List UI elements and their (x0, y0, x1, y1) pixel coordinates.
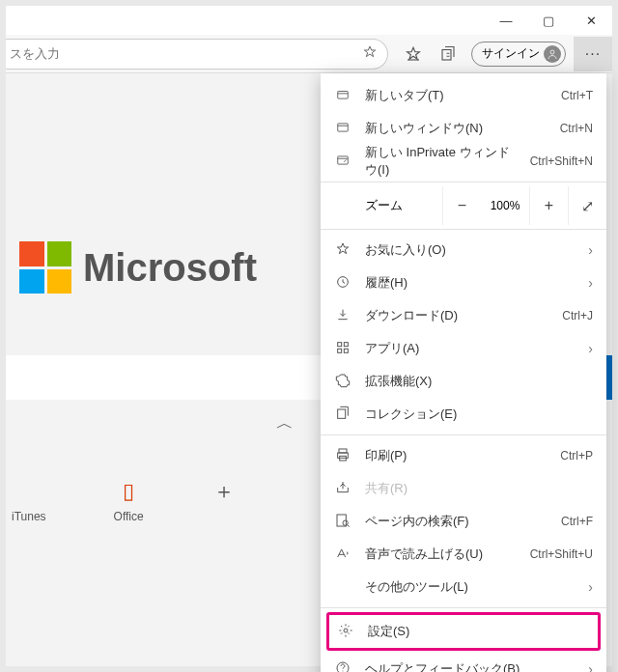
menu-shortcut: Ctrl+N (560, 122, 593, 135)
menu-share[interactable]: 共有(R) (321, 472, 606, 505)
menu-shortcut: Ctrl+T (561, 89, 593, 102)
window-maximize-button[interactable]: ▢ (527, 6, 570, 35)
chevron-up-icon[interactable]: ︿ (276, 411, 294, 434)
menu-help[interactable]: ヘルプとフィードバック(B) › (321, 653, 606, 672)
app-label: Office (114, 510, 144, 523)
menu-separator (321, 434, 606, 435)
menu-separator (321, 229, 606, 230)
microsoft-logo: Microsoft (19, 241, 257, 294)
svg-point-16 (344, 629, 348, 632)
svg-rect-4 (338, 155, 349, 163)
menu-shortcut: Ctrl+F (561, 515, 593, 528)
svg-rect-11 (339, 449, 347, 453)
signin-label: サインイン (482, 45, 540, 62)
window-icon (334, 121, 351, 137)
tab-icon (334, 88, 351, 104)
svg-rect-6 (338, 342, 342, 346)
svg-point-15 (343, 520, 348, 525)
menu-shortcut: Ctrl+Shift+U (530, 547, 593, 561)
zoom-value: 100% (481, 199, 529, 212)
office-icon: ▯ (116, 479, 141, 504)
svg-rect-7 (344, 342, 348, 346)
app-add[interactable]: ＋ (211, 479, 237, 523)
menu-label: 拡張機能(X) (365, 373, 593, 390)
chevron-right-icon: › (588, 341, 593, 356)
menu-shortcut: Ctrl+Shift+N (530, 154, 593, 168)
menu-label: 新しいウィンドウ(N) (365, 120, 547, 137)
menu-label: その他のツール(L) (365, 578, 575, 596)
menu-label: 共有(R) (365, 480, 593, 497)
settings-menu: 新しいタブ(T) Ctrl+T 新しいウィンドウ(N) Ctrl+N 新しい I… (321, 73, 606, 672)
menu-new-window[interactable]: 新しいウィンドウ(N) Ctrl+N (321, 112, 606, 145)
menu-label: ヘルプとフィードバック(B) (365, 660, 575, 672)
favorites-icon[interactable] (396, 37, 431, 71)
chevron-right-icon: › (588, 242, 593, 258)
share-icon (334, 480, 351, 498)
read-aloud-icon (334, 546, 351, 564)
chevron-right-icon: › (588, 579, 593, 595)
menu-label: アプリ(A) (365, 340, 575, 357)
svg-rect-2 (338, 91, 349, 98)
menu-read-aloud[interactable]: 音声で読み上げる(U) Ctrl+Shift+U (321, 538, 606, 571)
menu-label: 設定(S) (368, 623, 590, 640)
window-minimize-button[interactable]: — (485, 6, 527, 35)
menu-collections[interactable]: コレクション(E) (321, 398, 606, 431)
menu-settings[interactable]: 設定(S) (329, 615, 598, 648)
svg-rect-9 (344, 349, 348, 352)
window-titlebar: — ▢ ✕ (6, 6, 612, 35)
zoom-label: ズーム (321, 197, 442, 214)
menu-label: ページ内の検索(F) (365, 513, 548, 530)
extensions-icon (334, 373, 351, 391)
menu-label: コレクション(E) (365, 406, 593, 423)
menu-separator (321, 182, 606, 182)
zoom-in-button[interactable]: + (529, 186, 568, 225)
fullscreen-button[interactable]: ⤢ (568, 186, 606, 225)
more-menu-button[interactable]: ··· (574, 37, 612, 71)
menu-new-tab[interactable]: 新しいタブ(T) Ctrl+T (321, 79, 606, 112)
chevron-right-icon: › (588, 275, 593, 291)
microsoft-logo-icon (19, 241, 71, 294)
history-icon (334, 274, 351, 293)
window-close-button[interactable]: ✕ (570, 6, 612, 35)
gear-icon (337, 623, 354, 641)
inprivate-icon (334, 154, 351, 170)
highlight-box: 設定(S) (326, 612, 601, 651)
menu-label: 音声で読み上げる(U) (365, 546, 517, 563)
menu-label: 新しいタブ(T) (365, 87, 548, 104)
menu-more-tools[interactable]: その他のツール(L) › (321, 571, 606, 603)
svg-rect-3 (338, 123, 349, 130)
menu-label: 新しい InPrivate ウィンドウ(I) (365, 144, 517, 179)
app-shortcuts: iTunes ▯ Office ＋ (6, 479, 237, 523)
star-icon (334, 241, 351, 260)
menu-zoom: ズーム − 100% + ⤢ (321, 186, 606, 225)
menu-extensions[interactable]: 拡張機能(X) (321, 365, 606, 398)
menu-shortcut: Ctrl+J (562, 309, 593, 322)
chevron-right-icon: › (588, 661, 593, 672)
menu-find[interactable]: ページ内の検索(F) Ctrl+F (321, 505, 606, 538)
menu-print[interactable]: 印刷(P) Ctrl+P (321, 439, 606, 472)
menu-favorites[interactable]: お気に入り(O) › (321, 234, 606, 266)
menu-separator (321, 607, 606, 608)
find-icon (334, 513, 351, 531)
app-office[interactable]: ▯ Office (114, 479, 144, 523)
apps-icon (334, 340, 351, 358)
help-icon (334, 660, 351, 673)
favorite-star-icon[interactable] (362, 44, 378, 63)
zoom-out-button[interactable]: − (442, 186, 481, 225)
browser-toolbar: スを入力 サインイン ··· (6, 35, 612, 73)
svg-rect-10 (338, 409, 346, 418)
menu-apps[interactable]: アプリ(A) › (321, 332, 606, 365)
menu-new-inprivate[interactable]: 新しい InPrivate ウィンドウ(I) Ctrl+Shift+N (321, 145, 606, 178)
address-bar[interactable]: スを入力 (6, 39, 388, 70)
apple-icon (16, 479, 42, 504)
plus-icon: ＋ (211, 479, 237, 504)
menu-downloads[interactable]: ダウンロード(D) Ctrl+J (321, 299, 606, 332)
microsoft-logo-text: Microsoft (83, 246, 257, 290)
app-itunes[interactable]: iTunes (12, 479, 46, 523)
menu-shortcut: Ctrl+P (560, 449, 593, 462)
menu-history[interactable]: 履歴(H) › (321, 266, 606, 299)
address-text: スを入力 (10, 45, 60, 63)
collections-icon[interactable] (431, 37, 465, 71)
menu-label: 履歴(H) (365, 274, 575, 292)
signin-button[interactable]: サインイン (471, 42, 566, 67)
